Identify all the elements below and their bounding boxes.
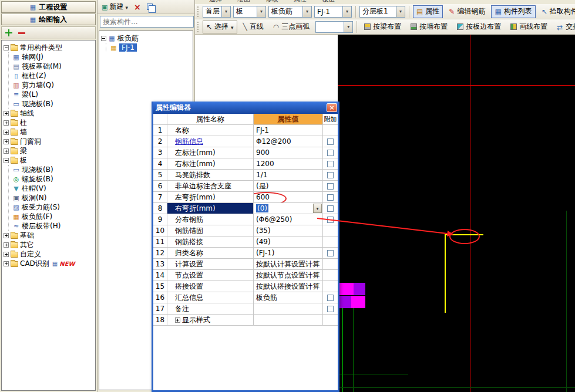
tree-group-common[interactable]: 常用构件类型 (4, 43, 95, 52)
property-row[interactable]: 8 右弯折(mm) (0) (153, 203, 338, 214)
property-row[interactable]: 18 显示样式 (153, 315, 338, 326)
layout-button[interactable]: 画线布置 (507, 21, 551, 33)
drawing-input-tab[interactable]: ▦ 绘图输入 (1, 13, 96, 25)
tree-group[interactable]: 其它 (4, 240, 95, 249)
new-component-button[interactable]: 新建 (100, 1, 130, 13)
floor-combo[interactable]: 首层 (203, 6, 231, 18)
property-name-cell[interactable]: 左弯折(mm) (167, 192, 254, 202)
attach-checkbox[interactable] (327, 306, 334, 312)
element-type-combo[interactable]: 板 (233, 6, 266, 18)
property-value-cell[interactable]: 按默认计算设置计算 (254, 259, 323, 269)
layout-button[interactable]: 按梁布置 (361, 21, 405, 33)
expander-icon[interactable] (4, 252, 9, 257)
list-root-item[interactable]: 板负筋 (101, 33, 193, 43)
toolbar-button[interactable]: 属性 (413, 5, 443, 18)
expander-icon[interactable] (101, 36, 106, 41)
property-name-cell[interactable]: 左标注(mm) (167, 147, 254, 158)
property-value-cell[interactable]: 900 (254, 147, 323, 158)
tree-item[interactable]: 板受力筋(S) (12, 202, 95, 212)
property-row[interactable]: 4 右标注(mm) 1200 (153, 158, 338, 170)
toolbar-button[interactable]: 编辑钢筋 (445, 5, 489, 18)
expand-all-icon[interactable] (5, 29, 12, 36)
menu-item[interactable]: 属性 (294, 0, 307, 4)
tree-group[interactable]: 柱 (4, 118, 95, 127)
expander-icon[interactable] (4, 45, 9, 50)
chevron-down-icon[interactable] (313, 204, 322, 213)
property-value-cell[interactable]: 1200 (254, 158, 323, 169)
component-item-fj1[interactable]: FJ-1 (110, 43, 193, 52)
component-combo[interactable]: FJ-1 (314, 6, 352, 18)
property-row[interactable]: 14 节点设置 按默认节点设置计算 (153, 270, 338, 281)
property-row[interactable]: 12 归类名称 (FJ-1) (153, 248, 338, 259)
attach-checkbox[interactable] (327, 138, 334, 145)
component-type-combo[interactable]: 板负筋 (268, 6, 312, 18)
property-name-cell[interactable]: 节点设置 (167, 270, 254, 281)
tree-group[interactable]: 墙 (4, 127, 95, 137)
property-name-cell[interactable]: 分布钢筋 (167, 214, 254, 225)
property-name-cell[interactable]: 钢筋搭接 (167, 236, 254, 247)
property-value-cell[interactable] (254, 303, 323, 314)
drawing-canvas[interactable] (338, 35, 575, 392)
property-name-cell[interactable]: 搭接设置 (167, 281, 254, 292)
property-name-cell[interactable]: 备注 (167, 303, 254, 314)
property-value-cell[interactable]: (35) (254, 225, 323, 236)
chevron-down-icon[interactable] (221, 6, 230, 17)
property-value-cell[interactable]: (Φ6@250) (254, 214, 323, 225)
property-value-cell[interactable]: (49) (254, 236, 323, 247)
property-row[interactable]: 10 钢筋锚固 (35) (153, 225, 338, 236)
tree-item[interactable]: 筏板基础(M) (12, 62, 95, 71)
tree-group-cad[interactable]: CAD识别 NEW (4, 259, 95, 268)
attach-checkbox[interactable] (327, 150, 334, 156)
tree-item[interactable]: 柱帽(V) (12, 184, 95, 193)
component-search-input[interactable] (100, 16, 194, 28)
close-icon[interactable] (327, 103, 337, 112)
property-row[interactable]: 6 非单边标注含支座 (是) (153, 181, 338, 192)
menu-item[interactable]: 修改 (265, 0, 278, 4)
toolbar-button[interactable]: 构件列表 (491, 5, 535, 18)
expander-icon[interactable] (4, 139, 9, 144)
expander-icon[interactable] (4, 148, 9, 154)
collapse-all-icon[interactable] (18, 32, 25, 34)
delete-component-button[interactable]: × (132, 2, 143, 12)
property-row[interactable]: 1 名称 FJ-1 (153, 125, 338, 136)
tree-group[interactable]: 梁 (4, 146, 95, 156)
property-value-cell[interactable]: 600 (254, 192, 323, 202)
tree-group-slab[interactable]: 板 (4, 156, 95, 165)
property-row[interactable]: 9 分布钢筋 (Φ6@250) (153, 214, 338, 225)
dialog-titlebar[interactable]: 属性编辑器 (153, 102, 338, 114)
property-row[interactable]: 5 马凳筋排数 1/1 (153, 170, 338, 181)
property-row[interactable]: 7 左弯折(mm) 600 (153, 192, 338, 203)
select-button[interactable]: 选择 (203, 21, 237, 33)
property-value-cell[interactable] (254, 315, 323, 325)
property-row[interactable]: 16 汇总信息 板负筋 (153, 292, 338, 303)
project-settings-tab[interactable]: ▦ 工程设置 (1, 1, 96, 13)
property-name-cell[interactable]: 非单边标注含支座 (167, 181, 254, 191)
toolbar-button[interactable]: 拾取构件 (538, 5, 575, 18)
property-value-cell[interactable]: (是) (254, 181, 323, 191)
draw-tool-button[interactable]: 三点画弧 (270, 21, 313, 33)
property-value-cell[interactable]: (0) (254, 203, 323, 214)
menu-item[interactable]: 选择 (209, 0, 222, 4)
property-name-cell[interactable]: 归类名称 (167, 248, 254, 258)
property-row[interactable]: 15 搭接设置 按默认搭接设置计算 (153, 281, 338, 292)
chevron-down-icon[interactable] (344, 22, 352, 32)
chevron-down-icon[interactable] (342, 6, 351, 17)
property-value-cell[interactable]: 1/1 (254, 170, 323, 180)
menu-item[interactable]: 楼层 (322, 0, 335, 4)
tree-item[interactable]: 楼层板带(H) (12, 221, 95, 231)
property-name-cell[interactable]: 显示样式 (167, 315, 254, 325)
property-name-cell[interactable]: 汇总信息 (167, 292, 254, 303)
property-name-cell[interactable]: 右弯折(mm) (167, 203, 254, 214)
expander-icon[interactable] (4, 120, 9, 126)
chevron-down-icon[interactable] (302, 6, 311, 17)
expander-icon[interactable] (4, 233, 9, 238)
property-value-cell[interactable]: 按默认搭接设置计算 (254, 281, 323, 292)
property-row[interactable]: 2 钢筋信息 Φ12@200 (153, 136, 338, 147)
tree-group[interactable]: 轴线 (4, 109, 95, 118)
property-value-cell[interactable]: (FJ-1) (254, 248, 323, 258)
tree-group[interactable]: 基础 (4, 231, 95, 240)
property-value-cell[interactable]: FJ-1 (254, 125, 323, 136)
expander-icon[interactable] (4, 158, 9, 163)
tree-item[interactable]: 轴网(J) (12, 52, 95, 62)
tree-item[interactable]: 剪力墙(Q) (12, 80, 95, 90)
